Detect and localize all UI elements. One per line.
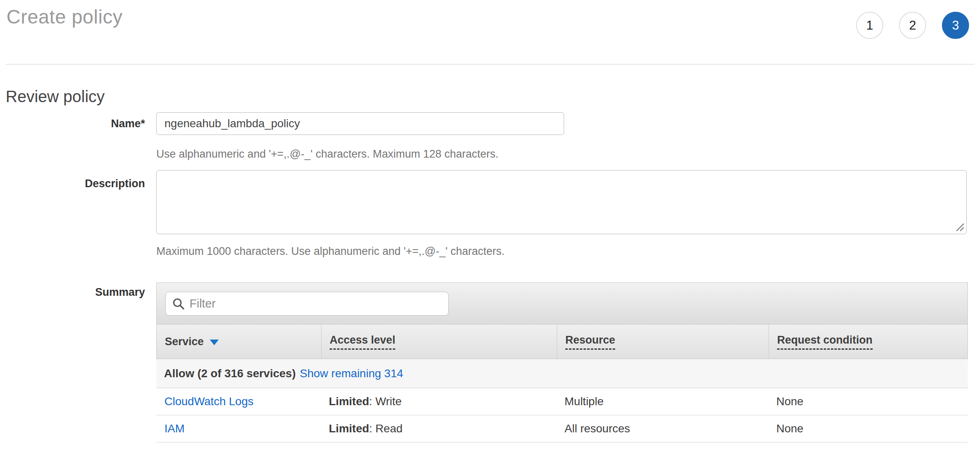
wizard-step-2[interactable]: 2 <box>899 12 926 39</box>
wizard-step-3-active[interactable]: 3 <box>942 12 969 39</box>
description-field-wrapper <box>156 170 967 234</box>
show-remaining-link[interactable]: Show remaining 314 <box>300 367 403 380</box>
service-header-label: Service <box>165 335 204 348</box>
access-level-detail: : Read <box>369 422 403 435</box>
allow-group-row: Allow (2 of 316 services) Show remaining… <box>156 359 968 388</box>
name-help-text: Use alphanumeric and '+=,.@-_' character… <box>156 148 499 160</box>
sort-descending-icon <box>210 340 219 345</box>
wizard-step-1[interactable]: 1 <box>856 12 883 39</box>
resize-handle-icon[interactable] <box>955 222 965 232</box>
table-row: CloudWatch Logs Limited: Write Multiple … <box>156 388 968 415</box>
resource-cell: All resources <box>556 415 768 442</box>
summary-table-head: Service Access level Resource Request co… <box>156 282 968 359</box>
description-help-text: Maximum 1000 characters. Use alphanumeri… <box>156 245 505 258</box>
filter-input[interactable] <box>190 297 441 310</box>
access-level-header-label: Access level <box>330 334 395 350</box>
section-heading: Review policy <box>6 88 105 106</box>
search-icon <box>172 297 185 310</box>
column-header-request-condition: Request condition <box>769 325 967 359</box>
column-header-service[interactable]: Service <box>157 325 321 359</box>
table-row: IAM Limited: Read All resources None <box>156 415 968 442</box>
service-cell: CloudWatch Logs <box>156 388 321 415</box>
access-level-type: Limited <box>329 395 369 408</box>
access-level-cell: Limited: Read <box>321 415 556 442</box>
wizard-step-indicator: 1 2 3 <box>856 12 969 39</box>
column-header-resource: Resource <box>557 325 769 359</box>
policy-name-input[interactable] <box>156 112 564 135</box>
page-title: Create policy <box>6 6 123 28</box>
request-condition-cell: None <box>768 388 968 415</box>
description-label: Description <box>0 177 145 190</box>
service-cell: IAM <box>156 415 321 442</box>
request-condition-header-label: Request condition <box>777 334 873 350</box>
access-level-cell: Limited: Write <box>321 388 556 415</box>
name-label: Name* <box>0 112 145 135</box>
allow-group-label: Allow (2 of 316 services) <box>164 367 296 380</box>
resource-cell: Multiple <box>556 388 768 415</box>
service-link[interactable]: IAM <box>164 422 185 435</box>
request-condition-cell: None <box>768 415 968 442</box>
summary-table: Service Access level Resource Request co… <box>156 282 968 442</box>
filter-section <box>157 283 967 325</box>
table-header-row: Service Access level Resource Request co… <box>157 325 967 359</box>
header-divider <box>6 64 974 64</box>
policy-description-textarea[interactable] <box>156 170 967 234</box>
summary-label: Summary <box>0 286 145 299</box>
access-level-type: Limited <box>329 422 369 435</box>
filter-box[interactable] <box>165 292 449 316</box>
service-link[interactable]: CloudWatch Logs <box>164 395 254 408</box>
column-header-access-level: Access level <box>321 325 557 359</box>
access-level-detail: : Write <box>369 395 402 408</box>
resource-header-label: Resource <box>565 334 615 350</box>
